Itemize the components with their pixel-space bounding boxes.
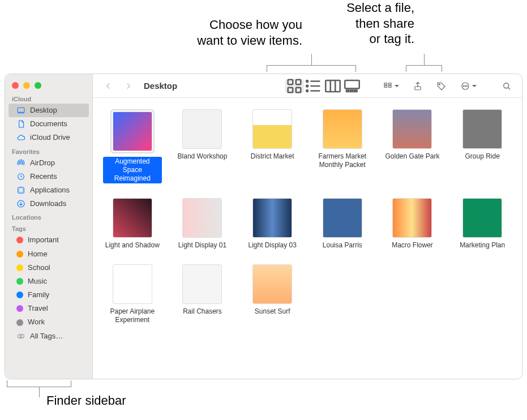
callout-stem-view	[311, 54, 312, 65]
file-thumbnail	[323, 198, 362, 238]
file-label: Farmers Market Monthly Packet	[313, 152, 372, 169]
sidebar-item-desktop[interactable]: Desktop	[8, 104, 89, 117]
download-icon	[16, 199, 25, 208]
sidebar-tag-school[interactable]: School	[8, 261, 89, 275]
sidebar-item-label: Documents	[30, 119, 67, 129]
view-column-button[interactable]	[323, 79, 342, 93]
view-list-button[interactable]	[304, 79, 323, 93]
share-button[interactable]	[409, 79, 426, 93]
svg-rect-28	[389, 83, 392, 84]
window-title: Desktop	[144, 81, 177, 91]
sidebar-tag-important[interactable]: Important	[8, 233, 89, 247]
sidebar-item-airdrop[interactable]: AirDrop	[8, 156, 89, 170]
zoom-button[interactable]	[35, 82, 41, 89]
file-label: District Market	[251, 152, 294, 161]
sidebar-tag-music[interactable]: Music	[8, 275, 89, 288]
tag-dot-icon	[16, 305, 23, 312]
file-item-paper-airplane-experiment[interactable]: Paper Airplane Experiment	[103, 264, 162, 324]
file-item-district-market[interactable]: District Market	[243, 109, 302, 161]
sidebar-item-label: AirDrop	[30, 158, 55, 168]
file-label: Light Display 03	[248, 241, 296, 250]
group-by-button[interactable]	[379, 79, 402, 93]
file-item-rail-chasers[interactable]: Rail Chasers	[173, 264, 232, 316]
airdrop-icon	[16, 158, 25, 168]
svg-point-33	[463, 85, 464, 87]
tag-button[interactable]	[433, 79, 450, 93]
sidebar-item-label: Music	[28, 276, 47, 286]
file-label: Louisa Parris	[323, 241, 362, 250]
close-button[interactable]	[12, 82, 19, 89]
back-button[interactable]	[100, 79, 117, 93]
callout-bracket-sidebar	[7, 380, 71, 387]
svg-point-31	[439, 83, 440, 84]
svg-point-35	[466, 85, 468, 87]
sidebar-item-label: Home	[28, 249, 48, 259]
file-item-louisa-parris[interactable]: Louisa Parris	[313, 198, 372, 250]
view-icon-button[interactable]	[285, 79, 304, 93]
file-item-golden-gate-park[interactable]: Golden Gate Park	[383, 109, 442, 161]
sidebar-item-downloads[interactable]: Downloads	[8, 197, 89, 211]
sidebar-tag-home[interactable]: Home	[8, 247, 89, 261]
svg-rect-4	[18, 187, 24, 194]
file-item-group-ride[interactable]: Group Ride	[453, 109, 512, 161]
svg-rect-19	[325, 80, 340, 92]
file-item-light-and-shadow[interactable]: Light and Shadow	[103, 198, 162, 250]
main-area: Desktop	[93, 74, 522, 379]
sidebar-item-label: Work	[28, 317, 45, 327]
action-menu-button[interactable]	[457, 79, 480, 93]
finder-sidebar: iCloud DesktopDocumentsiCloud Drive Favo…	[5, 74, 93, 379]
sidebar-header-locations: Locations	[5, 211, 92, 222]
sidebar-item-applications[interactable]: Applications	[8, 183, 89, 197]
sidebar-tag-work[interactable]: Work	[8, 315, 89, 329]
sidebar-header-tags: Tags	[5, 222, 92, 233]
file-item-macro-flower[interactable]: Macro Flower	[383, 198, 442, 250]
file-item-augmented-space-reimagined[interactable]: Augmented Space Reimagined	[103, 109, 162, 183]
svg-rect-10	[296, 79, 301, 84]
file-thumbnail	[323, 109, 362, 149]
view-gallery-button[interactable]	[342, 79, 362, 93]
svg-rect-27	[384, 85, 387, 87]
tag-dot-icon	[16, 264, 23, 271]
sidebar-item-label: Applications	[30, 185, 70, 195]
toolbar: Desktop	[93, 74, 522, 98]
svg-point-17	[306, 85, 308, 87]
sidebar-item-documents[interactable]: Documents	[8, 117, 89, 131]
forward-button[interactable]	[120, 79, 137, 93]
clock-icon	[16, 172, 25, 181]
file-item-light-display-03[interactable]: Light Display 03	[243, 198, 302, 250]
sidebar-item-icloud-drive[interactable]: iCloud Drive	[8, 131, 89, 144]
svg-point-8	[20, 334, 24, 338]
file-thumbnail	[392, 109, 432, 149]
view-switcher	[284, 78, 362, 94]
callout-view: Choose how youwant to view items.	[166, 17, 302, 48]
svg-point-36	[504, 83, 509, 88]
sidebar-item-recents[interactable]: Recents	[8, 170, 89, 183]
cloud-icon	[16, 133, 25, 142]
svg-rect-9	[288, 79, 293, 84]
callout-bracket-share	[406, 65, 442, 72]
file-item-marketing-plan[interactable]: Marketing Plan	[453, 198, 512, 250]
file-label: Sunset Surf	[255, 307, 290, 316]
file-label: Macro Flower	[392, 241, 433, 250]
file-label: Rail Chasers	[183, 307, 222, 316]
sidebar-tag-all-tags[interactable]: All Tags…	[8, 329, 89, 343]
minimize-button[interactable]	[23, 82, 30, 89]
callout-sidebar: Finder sidebar	[46, 393, 126, 409]
search-button[interactable]	[498, 79, 515, 93]
file-item-bland-workshop[interactable]: Bland Workshop	[173, 109, 232, 161]
sidebar-item-label: Important	[28, 235, 59, 245]
file-item-light-display-01[interactable]: Light Display 01	[173, 198, 232, 250]
sidebar-item-label: iCloud Drive	[30, 132, 70, 143]
svg-rect-11	[288, 87, 293, 92]
sidebar-tag-travel[interactable]: Travel	[8, 302, 89, 315]
file-item-farmers-market-monthly-packet[interactable]: Farmers Market Monthly Packet	[313, 109, 372, 169]
file-thumbnail	[182, 264, 222, 304]
file-thumbnail	[252, 198, 292, 238]
file-thumbnail	[113, 198, 152, 238]
tag-dot-icon	[16, 319, 23, 326]
file-thumbnail	[182, 109, 222, 149]
file-thumbnail	[113, 112, 152, 151]
file-item-sunset-surf[interactable]: Sunset Surf	[243, 264, 302, 316]
all-tags-icon	[16, 332, 25, 341]
sidebar-tag-family[interactable]: Family	[8, 288, 89, 302]
